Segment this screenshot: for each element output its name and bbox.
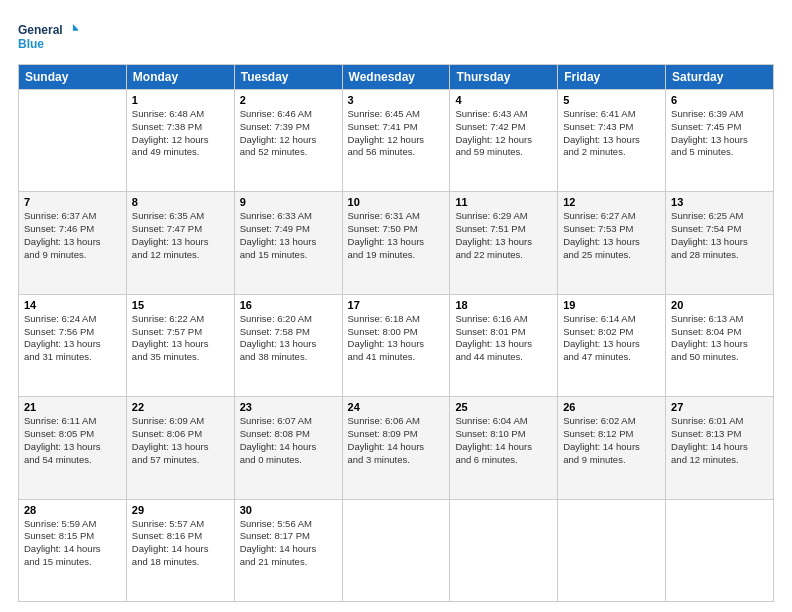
day-info: Sunrise: 6:31 AMSunset: 7:50 PMDaylight:… [348,210,445,261]
calendar-cell: 5Sunrise: 6:41 AMSunset: 7:43 PMDaylight… [558,90,666,192]
col-header-thursday: Thursday [450,65,558,90]
day-number: 16 [240,299,337,311]
day-number: 26 [563,401,660,413]
day-info: Sunrise: 6:48 AMSunset: 7:38 PMDaylight:… [132,108,229,159]
calendar-cell: 24Sunrise: 6:06 AMSunset: 8:09 PMDayligh… [342,397,450,499]
svg-marker-1 [73,24,78,31]
day-info: Sunrise: 6:16 AMSunset: 8:01 PMDaylight:… [455,313,552,364]
day-info: Sunrise: 6:04 AMSunset: 8:10 PMDaylight:… [455,415,552,466]
col-header-monday: Monday [126,65,234,90]
day-info: Sunrise: 6:09 AMSunset: 8:06 PMDaylight:… [132,415,229,466]
calendar-cell: 8Sunrise: 6:35 AMSunset: 7:47 PMDaylight… [126,192,234,294]
col-header-friday: Friday [558,65,666,90]
calendar-cell: 22Sunrise: 6:09 AMSunset: 8:06 PMDayligh… [126,397,234,499]
col-header-saturday: Saturday [666,65,774,90]
day-number: 13 [671,196,768,208]
svg-text:General: General [18,23,63,37]
calendar-cell [450,499,558,601]
day-number: 1 [132,94,229,106]
calendar-cell: 21Sunrise: 6:11 AMSunset: 8:05 PMDayligh… [19,397,127,499]
day-info: Sunrise: 6:01 AMSunset: 8:13 PMDaylight:… [671,415,768,466]
day-info: Sunrise: 6:37 AMSunset: 7:46 PMDaylight:… [24,210,121,261]
calendar-cell: 1Sunrise: 6:48 AMSunset: 7:38 PMDaylight… [126,90,234,192]
day-number: 24 [348,401,445,413]
calendar-cell: 28Sunrise: 5:59 AMSunset: 8:15 PMDayligh… [19,499,127,601]
calendar-cell: 20Sunrise: 6:13 AMSunset: 8:04 PMDayligh… [666,294,774,396]
day-info: Sunrise: 6:07 AMSunset: 8:08 PMDaylight:… [240,415,337,466]
day-info: Sunrise: 6:06 AMSunset: 8:09 PMDaylight:… [348,415,445,466]
calendar-cell: 27Sunrise: 6:01 AMSunset: 8:13 PMDayligh… [666,397,774,499]
day-info: Sunrise: 6:46 AMSunset: 7:39 PMDaylight:… [240,108,337,159]
day-number: 9 [240,196,337,208]
day-number: 30 [240,504,337,516]
day-info: Sunrise: 6:39 AMSunset: 7:45 PMDaylight:… [671,108,768,159]
svg-text:Blue: Blue [18,37,44,51]
calendar-cell: 11Sunrise: 6:29 AMSunset: 7:51 PMDayligh… [450,192,558,294]
day-number: 4 [455,94,552,106]
calendar-cell: 29Sunrise: 5:57 AMSunset: 8:16 PMDayligh… [126,499,234,601]
day-info: Sunrise: 5:59 AMSunset: 8:15 PMDaylight:… [24,518,121,569]
day-info: Sunrise: 5:57 AMSunset: 8:16 PMDaylight:… [132,518,229,569]
calendar-week-1: 1Sunrise: 6:48 AMSunset: 7:38 PMDaylight… [19,90,774,192]
calendar-cell: 10Sunrise: 6:31 AMSunset: 7:50 PMDayligh… [342,192,450,294]
day-number: 7 [24,196,121,208]
day-number: 5 [563,94,660,106]
day-number: 18 [455,299,552,311]
calendar-cell: 2Sunrise: 6:46 AMSunset: 7:39 PMDaylight… [234,90,342,192]
calendar-cell: 4Sunrise: 6:43 AMSunset: 7:42 PMDaylight… [450,90,558,192]
calendar-week-5: 28Sunrise: 5:59 AMSunset: 8:15 PMDayligh… [19,499,774,601]
day-number: 22 [132,401,229,413]
day-info: Sunrise: 6:45 AMSunset: 7:41 PMDaylight:… [348,108,445,159]
day-info: Sunrise: 6:22 AMSunset: 7:57 PMDaylight:… [132,313,229,364]
day-info: Sunrise: 5:56 AMSunset: 8:17 PMDaylight:… [240,518,337,569]
day-number: 25 [455,401,552,413]
day-number: 6 [671,94,768,106]
calendar-cell: 25Sunrise: 6:04 AMSunset: 8:10 PMDayligh… [450,397,558,499]
calendar-cell: 14Sunrise: 6:24 AMSunset: 7:56 PMDayligh… [19,294,127,396]
col-header-sunday: Sunday [19,65,127,90]
col-header-tuesday: Tuesday [234,65,342,90]
calendar-cell: 23Sunrise: 6:07 AMSunset: 8:08 PMDayligh… [234,397,342,499]
calendar-cell: 19Sunrise: 6:14 AMSunset: 8:02 PMDayligh… [558,294,666,396]
calendar-cell [342,499,450,601]
day-info: Sunrise: 6:11 AMSunset: 8:05 PMDaylight:… [24,415,121,466]
day-number: 2 [240,94,337,106]
day-number: 23 [240,401,337,413]
day-number: 15 [132,299,229,311]
day-number: 11 [455,196,552,208]
day-number: 12 [563,196,660,208]
day-number: 28 [24,504,121,516]
day-info: Sunrise: 6:20 AMSunset: 7:58 PMDaylight:… [240,313,337,364]
calendar-table: SundayMondayTuesdayWednesdayThursdayFrid… [18,64,774,602]
calendar-week-4: 21Sunrise: 6:11 AMSunset: 8:05 PMDayligh… [19,397,774,499]
calendar-cell: 7Sunrise: 6:37 AMSunset: 7:46 PMDaylight… [19,192,127,294]
logo: General Blue [18,18,78,54]
day-info: Sunrise: 6:25 AMSunset: 7:54 PMDaylight:… [671,210,768,261]
day-info: Sunrise: 6:02 AMSunset: 8:12 PMDaylight:… [563,415,660,466]
calendar-cell [666,499,774,601]
day-info: Sunrise: 6:29 AMSunset: 7:51 PMDaylight:… [455,210,552,261]
calendar-cell: 6Sunrise: 6:39 AMSunset: 7:45 PMDaylight… [666,90,774,192]
day-number: 27 [671,401,768,413]
calendar-cell: 17Sunrise: 6:18 AMSunset: 8:00 PMDayligh… [342,294,450,396]
day-number: 17 [348,299,445,311]
day-number: 14 [24,299,121,311]
calendar-cell: 9Sunrise: 6:33 AMSunset: 7:49 PMDaylight… [234,192,342,294]
logo-svg: General Blue [18,18,78,54]
page: General Blue SundayMondayTuesdayWednesda… [0,0,792,612]
day-number: 10 [348,196,445,208]
day-info: Sunrise: 6:33 AMSunset: 7:49 PMDaylight:… [240,210,337,261]
day-number: 3 [348,94,445,106]
day-info: Sunrise: 6:27 AMSunset: 7:53 PMDaylight:… [563,210,660,261]
calendar-week-2: 7Sunrise: 6:37 AMSunset: 7:46 PMDaylight… [19,192,774,294]
col-header-wednesday: Wednesday [342,65,450,90]
calendar-cell: 16Sunrise: 6:20 AMSunset: 7:58 PMDayligh… [234,294,342,396]
day-number: 29 [132,504,229,516]
calendar-cell: 26Sunrise: 6:02 AMSunset: 8:12 PMDayligh… [558,397,666,499]
calendar-cell [19,90,127,192]
day-number: 19 [563,299,660,311]
day-number: 21 [24,401,121,413]
calendar-cell: 30Sunrise: 5:56 AMSunset: 8:17 PMDayligh… [234,499,342,601]
calendar-week-3: 14Sunrise: 6:24 AMSunset: 7:56 PMDayligh… [19,294,774,396]
day-info: Sunrise: 6:18 AMSunset: 8:00 PMDaylight:… [348,313,445,364]
